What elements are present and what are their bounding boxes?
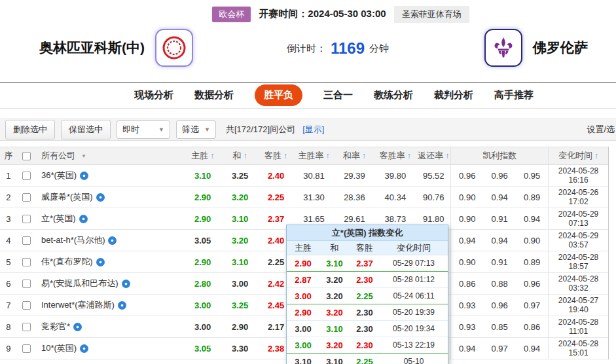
company-name[interactable]: Interwet*(塞浦路斯): [41, 299, 115, 311]
popup-odds-row: 3.00 3.20 2.25 05-24 06:11: [287, 288, 448, 304]
home-team: 奥林匹亚科斯(中): [39, 29, 193, 67]
sort-asc-icon: ↑: [445, 151, 449, 160]
select-all-checkbox[interactable]: [22, 152, 31, 160]
row-checkbox[interactable]: [22, 172, 31, 180]
company-info-icon[interactable]: [122, 280, 130, 288]
company-name[interactable]: 威廉希*(英国): [41, 191, 93, 203]
company-name[interactable]: 伟*(直布罗陀): [41, 256, 93, 268]
header-return-rate[interactable]: 返还率 ↑: [416, 147, 450, 164]
change-time: 2024-05-28 11:01: [548, 316, 608, 337]
row-checkbox[interactable]: [22, 301, 31, 310]
kickoff-label: 开赛时间：: [259, 8, 308, 19]
company-name[interactable]: 36*(英国): [41, 170, 77, 181]
header-company[interactable]: 所有公司 ▼: [37, 147, 185, 164]
header-draw-rate[interactable]: 和率 ↑: [335, 147, 374, 164]
home-team-logo: [155, 29, 193, 67]
company-info-icon[interactable]: [118, 301, 126, 310]
kelly-home: 0.96: [450, 165, 483, 186]
tab-data-analysis[interactable]: 数据分析: [194, 89, 234, 101]
away-win-rate: 40.34: [374, 187, 416, 208]
tab-expert-picks[interactable]: 高手推荐: [494, 89, 534, 101]
row-index: 5: [0, 251, 17, 272]
header-home-rate-label: 主胜率: [298, 150, 323, 162]
tab-three-in-one[interactable]: 三合一: [323, 89, 353, 101]
popup-column-headers: 主胜 和 客胜 变化时间: [287, 241, 448, 255]
settings-link[interactable]: 设置/选: [587, 124, 615, 136]
away-win-rate: 39.80: [374, 165, 416, 186]
kelly-away: 0.95: [516, 165, 548, 186]
header-kelly-index: 凯利指数: [450, 147, 548, 164]
sort-asc-icon: ↑: [594, 151, 598, 160]
change-date: 2024-05-29: [558, 231, 598, 240]
header-away-rate-label: 客胜率: [380, 150, 405, 162]
company-name[interactable]: 10*(英国): [41, 342, 77, 354]
company-name[interactable]: 竞彩官*: [41, 321, 70, 333]
odds-draw: 3.10: [221, 208, 259, 229]
company-filter-caret-icon[interactable]: ▼: [81, 153, 86, 159]
olympiacos-logo-icon: [160, 34, 188, 62]
company-name[interactable]: 立*(英国): [41, 213, 76, 225]
home-win-rate: 31.30: [293, 187, 335, 208]
row-checkbox[interactable]: [22, 193, 31, 202]
sort-asc-icon: ↑: [325, 151, 329, 160]
popup-odds-away: 2.30: [350, 275, 380, 285]
draw-rate: 28.36: [335, 187, 374, 208]
tab-live-analysis[interactable]: 现场分析: [134, 89, 173, 101]
row-checkbox[interactable]: [22, 215, 31, 223]
company-info-icon[interactable]: [96, 193, 105, 202]
sort-asc-icon: ↑: [362, 151, 366, 160]
draw-rate: 29.39: [335, 165, 374, 186]
company-info-icon[interactable]: [73, 323, 82, 331]
kelly-home: 0.93: [450, 316, 483, 337]
company-name[interactable]: 易*(安提瓜和巴布达): [41, 278, 118, 289]
company-info-icon[interactable]: [79, 215, 88, 223]
show-link[interactable]: [显示]: [302, 124, 324, 136]
popup-odds-draw: 3.20: [319, 275, 350, 285]
sort-asc-icon: ↑: [283, 151, 287, 160]
keep-selected-button[interactable]: 保留选中: [61, 120, 111, 139]
away-team-logo: [484, 29, 522, 67]
odds-home: 2.80: [185, 273, 221, 294]
tab-win-draw-loss[interactable]: 胜平负: [255, 84, 302, 106]
header-draw-odds[interactable]: 和 ↑: [221, 147, 259, 164]
sort-asc-icon: ↑: [244, 151, 247, 160]
header-change-time[interactable]: 变化时间 ↑: [548, 147, 608, 164]
company-info-icon[interactable]: [108, 236, 117, 245]
change-time: 2024-05-26 17:02: [548, 187, 608, 208]
change-clock: 18:57: [569, 262, 589, 271]
header-select-all: [17, 147, 37, 164]
row-checkbox[interactable]: [22, 280, 31, 288]
row-checkbox[interactable]: [22, 323, 31, 331]
filter-dropdown[interactable]: 筛选 ▼: [176, 120, 216, 139]
league-badge: 欧会杯: [212, 7, 251, 22]
company-info-icon[interactable]: [80, 172, 88, 180]
company-info-icon[interactable]: [96, 258, 105, 266]
kelly-draw: 0.96: [483, 165, 516, 186]
kelly-draw: 0.97: [483, 338, 516, 359]
header-home-odds[interactable]: 主胜 ↑: [185, 147, 221, 164]
header-away-odds[interactable]: 客胜 ↑: [259, 147, 293, 164]
popup-odds-home: 2.90: [287, 259, 319, 268]
header-away-rate[interactable]: 客胜率 ↑: [374, 147, 416, 164]
kelly-away: 0.90: [516, 230, 548, 251]
row-checkbox[interactable]: [22, 344, 31, 353]
instant-dropdown[interactable]: 即时 ▼: [117, 120, 170, 139]
filter-dropdown-label: 筛选: [182, 124, 199, 136]
tab-referee-analysis[interactable]: 裁判分析: [434, 89, 473, 101]
company-name[interactable]: bet-at-h*(马尔他): [41, 234, 105, 246]
odds-away: 2.25: [259, 187, 293, 208]
row-checkbox[interactable]: [22, 258, 31, 266]
odds-home: 3.00: [185, 316, 221, 337]
popup-odds-row: 2.90 3.10 2.37 05-29 07:13: [287, 255, 448, 272]
kelly-draw: 0.85: [483, 316, 516, 337]
tab-coach-analysis[interactable]: 教练分析: [374, 89, 413, 101]
company-info-icon[interactable]: [80, 344, 88, 353]
popup-change-time: 05-29 07:13: [380, 259, 448, 268]
nav-tabs: 现场分析 数据分析 胜平负 三合一 教练分析 裁判分析 高手推荐: [0, 82, 616, 109]
change-date: 2024-05-28: [558, 274, 598, 283]
popup-odds-draw: 3.20: [319, 308, 350, 318]
delete-selected-button[interactable]: 删除选中: [5, 120, 55, 139]
header-home-rate[interactable]: 主胜率 ↑: [293, 147, 335, 164]
countdown-label: 倒计时：: [287, 43, 326, 55]
row-checkbox[interactable]: [22, 236, 31, 245]
